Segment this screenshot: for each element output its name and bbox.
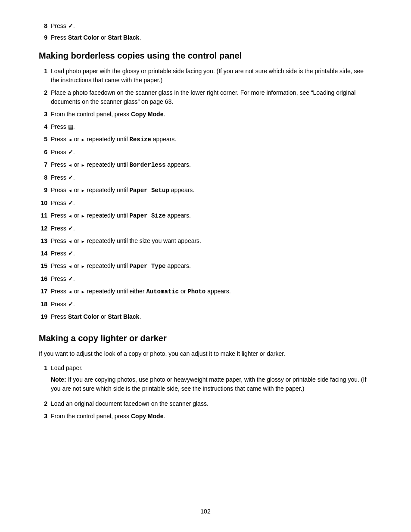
step-4: 4 Press . bbox=[39, 122, 372, 131]
step-content-4: Press . bbox=[51, 122, 372, 131]
s2-step-content-1: Load paper. Note: If you are copying pho… bbox=[51, 364, 372, 396]
step-17: 17 Press or repeatedly until either Auto… bbox=[39, 287, 372, 296]
step-14: 14 Press . bbox=[39, 249, 372, 258]
bold-copy-mode-2: Copy Mode bbox=[131, 413, 163, 420]
step-num-18: 18 bbox=[39, 300, 51, 309]
arrow-left-icon-7 bbox=[68, 161, 72, 168]
checkmark-icon-16 bbox=[68, 275, 73, 282]
s2-step-num-3: 3 bbox=[39, 412, 51, 421]
step-num-5: 5 bbox=[39, 135, 51, 144]
step-content-15: Press or repeatedly until Paper Type app… bbox=[51, 261, 372, 271]
arrow-left-icon-13 bbox=[68, 237, 72, 244]
top-item-8: 8 Press . bbox=[39, 22, 372, 31]
page-footer: 102 bbox=[0, 508, 411, 515]
step-num-17: 17 bbox=[39, 287, 51, 296]
top-item-9: 9 Press Start Color or Start Black. bbox=[39, 33, 372, 42]
step-5: 5 Press or repeatedly until Resize appea… bbox=[39, 135, 372, 144]
step-num-13: 13 bbox=[39, 236, 51, 246]
arrow-right-icon-5 bbox=[81, 136, 85, 143]
step-content-14: Press . bbox=[51, 249, 372, 258]
step-13: 13 Press or repeatedly until the size yo… bbox=[39, 236, 372, 246]
step-num-16: 16 bbox=[39, 274, 51, 283]
arrow-left-icon-17 bbox=[68, 288, 72, 295]
bold-start-color-2: Start Color bbox=[68, 313, 99, 320]
step-12: 12 Press . bbox=[39, 224, 372, 233]
arrow-right-icon-11 bbox=[81, 212, 85, 219]
step-num-1: 1 bbox=[39, 67, 51, 85]
step-num-12: 12 bbox=[39, 224, 51, 233]
s2-step-3: 3 From the control panel, press Copy Mod… bbox=[39, 412, 372, 421]
arrow-left-icon-11 bbox=[68, 212, 72, 219]
bold-start-color: Start Color bbox=[68, 34, 99, 41]
arrow-left-icon-9 bbox=[68, 187, 72, 193]
s2-step-content-2: Load an original document facedown on th… bbox=[51, 399, 372, 408]
arrow-right-icon-9 bbox=[81, 187, 85, 193]
checkmark-icon-10 bbox=[68, 199, 73, 206]
mono-resize: Resize bbox=[129, 136, 151, 143]
step-content-13: Press or repeatedly until the size you w… bbox=[51, 236, 372, 246]
step-content-1: Load photo paper with the glossy or prin… bbox=[51, 67, 372, 85]
arrow-right-icon-7 bbox=[81, 161, 85, 168]
step-content-18: Press . bbox=[51, 300, 372, 309]
step-num-6: 6 bbox=[39, 148, 51, 157]
step-8: 8 Press . bbox=[39, 173, 372, 182]
note-block-1: Note: If you are copying photos, use pho… bbox=[51, 375, 372, 393]
mono-borderless: Borderless bbox=[129, 162, 165, 168]
checkmark-icon-12 bbox=[68, 225, 73, 232]
step-19: 19 Press Start Color or Start Black. bbox=[39, 312, 372, 321]
s2-step-num-2: 2 bbox=[39, 399, 51, 408]
mono-photo: Photo bbox=[187, 288, 206, 295]
step-num-top-9: 9 bbox=[39, 33, 51, 42]
step-content-8: Press . bbox=[51, 173, 372, 182]
step-num-2: 2 bbox=[39, 88, 51, 106]
mono-automatic: Automatic bbox=[146, 288, 179, 295]
step-num-3: 3 bbox=[39, 110, 51, 119]
step-content-2: Place a photo facedown on the scanner gl… bbox=[51, 88, 372, 106]
bold-start-black-2: Start Black bbox=[108, 313, 139, 320]
step-2: 2 Place a photo facedown on the scanner … bbox=[39, 88, 372, 106]
step-num-15: 15 bbox=[39, 261, 51, 271]
step-content-10: Press . bbox=[51, 199, 372, 208]
bold-start-black: Start Black bbox=[108, 34, 139, 41]
step-num-10: 10 bbox=[39, 199, 51, 208]
step-num-8: 8 bbox=[39, 173, 51, 182]
step-content-19: Press Start Color or Start Black. bbox=[51, 312, 372, 321]
page: 8 Press . 9 Press Start Color or Start B… bbox=[0, 0, 411, 532]
menu-icon bbox=[68, 123, 73, 130]
step-num-9: 9 bbox=[39, 186, 51, 195]
step-content-11: Press or repeatedly until Paper Size app… bbox=[51, 211, 372, 221]
step-6: 6 Press . bbox=[39, 148, 372, 157]
step-content-top-9: Press Start Color or Start Black. bbox=[51, 33, 141, 42]
step-content-7: Press or repeatedly until Borderless app… bbox=[51, 160, 372, 170]
step-num-19: 19 bbox=[39, 312, 51, 321]
step-content-5: Press or repeatedly until Resize appears… bbox=[51, 135, 372, 144]
step-15: 15 Press or repeatedly until Paper Type … bbox=[39, 261, 372, 271]
section-borderless: Making borderless copies using the contr… bbox=[39, 51, 372, 321]
step-content-6: Press . bbox=[51, 148, 372, 157]
mono-paper-type: Paper Type bbox=[129, 263, 165, 270]
mono-paper-setup: Paper Setup bbox=[129, 187, 169, 194]
arrow-right-icon-15 bbox=[81, 262, 85, 269]
s2-step-num-1: 1 bbox=[39, 364, 51, 396]
step-content-17: Press or repeatedly until either Automat… bbox=[51, 287, 372, 296]
checkmark-icon-6 bbox=[68, 149, 73, 156]
note-text: If you are copying photos, use photo or … bbox=[51, 376, 366, 392]
checkmark-icon bbox=[68, 22, 73, 29]
step-11: 11 Press or repeatedly until Paper Size … bbox=[39, 211, 372, 221]
step-3: 3 From the control panel, press Copy Mod… bbox=[39, 110, 372, 119]
step-content-3: From the control panel, press Copy Mode. bbox=[51, 110, 372, 119]
section-heading-lighter-darker: Making a copy lighter or darker bbox=[39, 333, 372, 343]
step-16: 16 Press . bbox=[39, 274, 372, 283]
s2-step-2: 2 Load an original document facedown on … bbox=[39, 399, 372, 408]
top-section: 8 Press . 9 Press Start Color or Start B… bbox=[39, 22, 372, 42]
step-num-top-8: 8 bbox=[39, 22, 51, 31]
arrow-left-icon-5 bbox=[68, 136, 72, 143]
step-num-11: 11 bbox=[39, 211, 51, 221]
checkmark-icon-18 bbox=[68, 301, 73, 308]
s2-step-content-3: From the control panel, press Copy Mode. bbox=[51, 412, 372, 421]
step-content-top-8: Press . bbox=[51, 22, 75, 31]
mono-paper-size: Paper Size bbox=[129, 212, 165, 219]
section2-intro: If you want to adjust the look of a copy… bbox=[39, 349, 372, 358]
page-number: 102 bbox=[200, 508, 210, 515]
step-num-14: 14 bbox=[39, 249, 51, 258]
